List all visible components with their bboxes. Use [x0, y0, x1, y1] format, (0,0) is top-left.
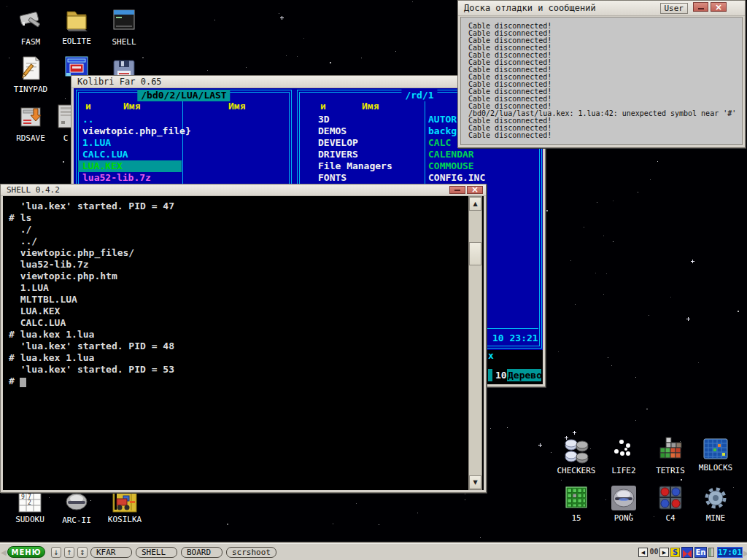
- close-icon: [715, 1, 722, 15]
- skin-button[interactable]: S: [670, 548, 680, 557]
- life-dots-icon: [611, 438, 637, 464]
- file-item[interactable]: lua52-lib.7z: [82, 172, 151, 184]
- file-item[interactable]: File Managers: [318, 160, 392, 172]
- fifteen-puzzle-icon: [563, 485, 589, 511]
- fkey-fragment: [488, 369, 492, 381]
- desktop-icon-life2[interactable]: LIFE2: [599, 438, 649, 475]
- file-item[interactable]: AUTOR: [428, 114, 457, 125]
- window-down-button[interactable]: ↓: [51, 547, 61, 558]
- clock[interactable]: 17:01: [717, 547, 743, 558]
- connect4-icon: [657, 485, 684, 511]
- panel-file-info: 10 23:21: [492, 332, 538, 343]
- file-item[interactable]: CALC: [428, 137, 451, 149]
- icon-label: FASM: [21, 37, 41, 47]
- arrow-up-icon: ▲: [473, 201, 477, 207]
- window-updown-button[interactable]: ↕: [77, 547, 88, 558]
- icon-label: CHECKERS: [557, 466, 596, 475]
- kosilka-tractor-icon: [112, 491, 137, 513]
- file-item[interactable]: backg: [428, 125, 457, 137]
- file-item[interactable]: CONFIG.INC: [428, 172, 485, 184]
- icon-label: ARC-II: [62, 516, 91, 525]
- desktop-icon-pong[interactable]: PONG: [599, 485, 649, 523]
- icon-label: SUDOKU: [15, 515, 44, 524]
- window-up-button[interactable]: ↑: [64, 547, 74, 558]
- desktop-icon-kosilka[interactable]: KOSILKA: [100, 491, 150, 524]
- cpu-prev-button[interactable]: ◀: [638, 548, 648, 557]
- task-button-kfar[interactable]: KFAR: [90, 547, 132, 558]
- icon-label: EOLITE: [62, 36, 91, 46]
- shell-terminal[interactable]: 'lua.kex' started. PID = 47 # ls ./ ../ …: [3, 196, 484, 490]
- checkers-icon: [563, 438, 589, 464]
- user-button[interactable]: User: [660, 3, 689, 14]
- file-item[interactable]: ..: [82, 114, 94, 125]
- debug-log-area[interactable]: Cable disconnected! Cable disconnected! …: [460, 17, 743, 145]
- shell-titlebar[interactable]: SHELL 0.4.2: [1, 184, 486, 196]
- terminal-cursor: [20, 378, 26, 387]
- scrollbar-thumb[interactable]: [469, 242, 481, 265]
- far-title: Kolibri Far 0.65: [77, 77, 162, 87]
- desktop-icon-eolite[interactable]: EOLITE: [52, 7, 101, 46]
- task-button-board[interactable]: BOARD: [181, 547, 222, 558]
- icon-label: LIFE2: [611, 466, 635, 475]
- file-item[interactable]: 3D: [318, 114, 330, 125]
- file-item-selected[interactable]: LUA.KEX: [78, 160, 182, 172]
- column-header-sort[interactable]: и: [85, 101, 91, 112]
- file-item[interactable]: DRIVERS: [318, 149, 358, 160]
- language-indicator[interactable]: En: [694, 547, 707, 558]
- menu-button[interactable]: МЕНЮ: [7, 546, 45, 558]
- shell-window: SHELL 0.4.2 'lua.kex' started. PID = 47 …: [0, 184, 487, 493]
- file-item[interactable]: COMMOUSE: [428, 160, 474, 172]
- file-item[interactable]: viewtopic.php_file}: [82, 125, 191, 137]
- file-item[interactable]: CALENDAR: [428, 149, 474, 160]
- file-item[interactable]: DEVELOP: [318, 137, 358, 149]
- taskbar-left-chevron-icon[interactable]: ◀: [1, 548, 7, 556]
- fkey-tree-button[interactable]: Дерево: [507, 369, 541, 381]
- desktop-icon-shell[interactable]: SHELL: [99, 7, 149, 47]
- shell-scrollbar[interactable]: ▲ ▼: [468, 196, 482, 490]
- file-item[interactable]: FONTS: [318, 172, 347, 184]
- taskbar-right-chevron-icon[interactable]: ▶: [743, 549, 747, 557]
- desktop-icon-mine[interactable]: MINE: [691, 485, 740, 523]
- scroll-up-button[interactable]: ▲: [469, 197, 481, 211]
- file-item[interactable]: DEMOS: [318, 125, 347, 137]
- arrow-down-icon: ▼: [473, 479, 477, 486]
- far-command-line[interactable]: x: [488, 350, 494, 361]
- desktop-icon-fifteen[interactable]: 15: [551, 485, 601, 523]
- minimize-button[interactable]: [693, 2, 708, 12]
- column-header-name2[interactable]: Имя: [228, 101, 245, 112]
- desktop-icon-c4[interactable]: C4: [646, 485, 695, 523]
- desktop-icon-arcii[interactable]: ARC-II: [52, 490, 101, 525]
- desktop-icon-sudoku[interactable]: 9 7 2 SUDOKU: [5, 492, 55, 524]
- debug-titlebar[interactable]: Доска отладки и сообщений User: [458, 1, 745, 16]
- minimize-button[interactable]: [449, 186, 465, 194]
- column-header-name[interactable]: Имя: [362, 101, 379, 112]
- scroll-down-button[interactable]: ▼: [469, 475, 481, 489]
- tray-indicator: [708, 548, 714, 557]
- taskbar: ◀ МЕНЮ ↓ ↑ ↕ KFAR SHELL BOARD scrshoot ◀…: [0, 543, 747, 560]
- task-button-scrshoot[interactable]: scrshoot: [226, 547, 276, 558]
- column-header-name[interactable]: Имя: [123, 101, 140, 112]
- fkey-number: 10: [495, 369, 507, 381]
- close-button[interactable]: [711, 2, 727, 12]
- cpu-next-button[interactable]: ▶: [659, 548, 669, 557]
- desktop-icon-checkers[interactable]: CHECKERS: [551, 438, 601, 475]
- icon-label: TETRIS: [656, 466, 685, 475]
- minimize-icon: [698, 4, 704, 9]
- cpu-monitor-icon[interactable]: [681, 547, 693, 558]
- mblocks-icon: [703, 438, 729, 461]
- notepad-pencil-icon: [18, 55, 44, 82]
- icon-label: C: [63, 133, 69, 143]
- desktop-icon-fasm[interactable]: FASM: [6, 7, 55, 47]
- task-button-shell[interactable]: SHELL: [136, 547, 177, 558]
- close-button[interactable]: [467, 186, 483, 194]
- arrow-right-icon: ▶: [662, 550, 666, 556]
- desktop-icon-tinypad[interactable]: TINYPAD: [6, 55, 55, 94]
- desktop-icon-mblocks[interactable]: MBLOCKS: [691, 438, 740, 472]
- column-header-sort[interactable]: и: [320, 101, 326, 112]
- arrow-down-icon: ↓: [53, 549, 59, 556]
- file-item[interactable]: 1.LUA: [82, 137, 111, 149]
- icon-label: 15: [571, 513, 581, 523]
- desktop-icon-tetris[interactable]: TETRIS: [646, 436, 695, 475]
- minimize-icon: [454, 186, 460, 191]
- file-item[interactable]: CALC.LUA: [82, 149, 128, 160]
